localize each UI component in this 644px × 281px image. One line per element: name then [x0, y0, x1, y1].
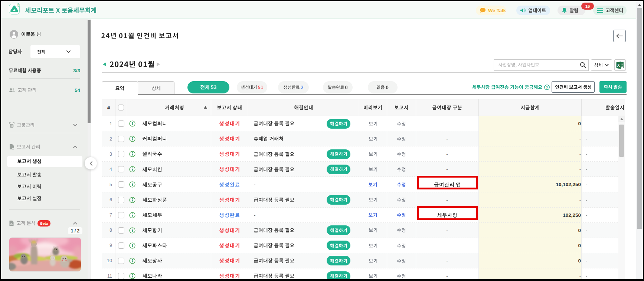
svg-text:?: ?	[546, 85, 548, 89]
svg-text:X: X	[617, 63, 620, 67]
